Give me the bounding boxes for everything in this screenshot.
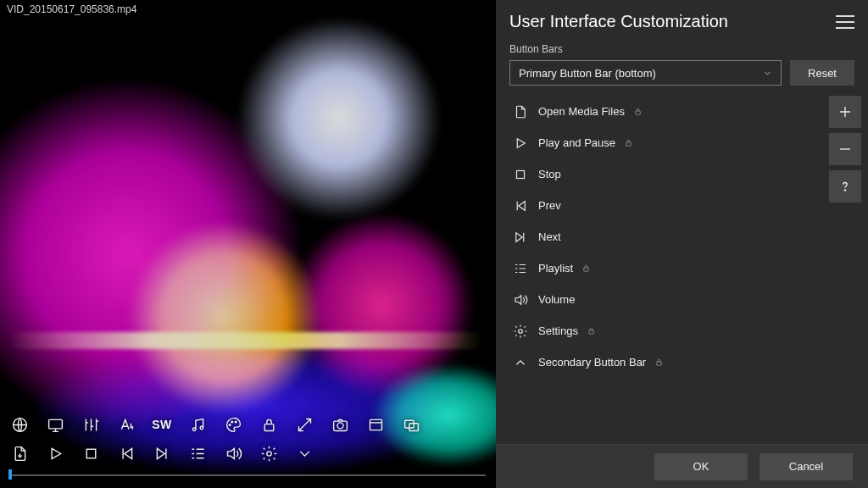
list-item-label: Prev <box>538 199 561 212</box>
dropdown-value: Primary Button Bar (bottom) <box>519 67 656 80</box>
font-icon[interactable] <box>115 413 137 435</box>
list-item[interactable]: Open Media Files <box>496 96 822 127</box>
palette-icon[interactable] <box>222 413 244 435</box>
svg-rect-1 <box>48 419 62 429</box>
video-pane: VID_20150617_095836.mp4 SW <box>0 0 496 488</box>
next-icon[interactable] <box>151 442 173 464</box>
list-item-label: Secondary Button Bar <box>538 356 646 369</box>
list-item[interactable]: Secondary Button Bar <box>496 347 822 378</box>
section-label: Button Bars <box>496 36 868 60</box>
svg-point-2 <box>192 428 196 431</box>
lock-icon[interactable] <box>258 413 280 435</box>
svg-point-4 <box>229 424 231 425</box>
stop-icon[interactable] <box>80 442 102 464</box>
list-item[interactable]: Settings <box>496 315 822 347</box>
list-item-label: Playlist <box>538 262 573 274</box>
svg-point-3 <box>200 426 203 430</box>
volume-icon <box>513 292 528 308</box>
lock-icon <box>624 138 633 147</box>
seek-track[interactable] <box>10 474 486 476</box>
windows-icon[interactable] <box>400 413 422 435</box>
stop-icon <box>513 167 528 182</box>
svg-rect-17 <box>517 170 525 178</box>
equalizer-icon[interactable] <box>80 413 102 435</box>
svg-point-9 <box>337 422 343 428</box>
help-button[interactable] <box>829 170 861 202</box>
list-item-label: Play and Pause <box>538 136 615 149</box>
player-toolbar-primary <box>8 442 315 464</box>
svg-rect-18 <box>584 268 589 271</box>
playlist-icon <box>513 261 528 276</box>
cancel-button[interactable]: Cancel <box>760 453 853 480</box>
list-item-label: Open Media Files <box>538 105 625 118</box>
button-bar-dropdown[interactable]: Primary Button Bar (bottom) <box>509 60 782 86</box>
playlist-icon[interactable] <box>186 442 209 464</box>
play-icon[interactable] <box>44 442 66 464</box>
camera-icon[interactable] <box>329 413 351 435</box>
list-item[interactable]: Stop <box>496 158 822 190</box>
lock-icon <box>587 326 596 336</box>
list-item[interactable]: Volume <box>496 284 822 315</box>
svg-point-14 <box>266 451 270 455</box>
music-icon[interactable] <box>186 413 209 435</box>
play-icon <box>513 136 528 151</box>
svg-rect-16 <box>626 142 632 146</box>
expand-icon[interactable] <box>293 413 315 435</box>
svg-rect-13 <box>86 449 96 458</box>
lock-icon <box>654 358 664 367</box>
list-item-label: Volume <box>538 293 575 306</box>
list-item[interactable]: Play and Pause <box>496 127 822 158</box>
globe-icon[interactable] <box>8 413 31 435</box>
svg-rect-10 <box>370 419 381 430</box>
list-item[interactable]: Prev <box>496 190 822 221</box>
display-icon[interactable] <box>44 413 66 435</box>
list-item[interactable]: Next <box>496 221 822 252</box>
svg-point-19 <box>519 329 523 333</box>
lock-icon <box>633 107 643 116</box>
svg-rect-20 <box>589 330 594 334</box>
svg-point-22 <box>844 190 845 191</box>
sw-toggle[interactable]: SW <box>151 413 173 435</box>
gear-icon <box>513 324 528 339</box>
ok-button[interactable]: OK <box>654 453 748 480</box>
prev-icon[interactable] <box>115 442 137 464</box>
panel-footer: OK Cancel <box>496 444 868 488</box>
volume-icon[interactable] <box>222 442 244 464</box>
list-item-label: Stop <box>538 168 561 180</box>
open-file-icon[interactable] <box>8 442 31 464</box>
svg-point-5 <box>231 421 232 423</box>
customization-panel: User Interface Customization Button Bars… <box>496 0 868 488</box>
lock-icon <box>581 263 591 273</box>
panel-title: User Interface Customization <box>509 12 728 31</box>
button-list: Open Media FilesPlay and PauseStopPrevNe… <box>496 96 822 378</box>
video-filename: VID_20150617_095836.mp4 <box>7 3 136 15</box>
file-icon <box>513 104 528 119</box>
next-icon <box>513 230 528 245</box>
list-item-label: Next <box>538 230 561 243</box>
seek-thumb[interactable] <box>8 469 12 480</box>
prev-icon <box>513 198 528 214</box>
gear-icon[interactable] <box>258 442 280 464</box>
chevron-down-icon[interactable] <box>293 442 315 464</box>
add-button[interactable] <box>829 96 861 128</box>
remove-button[interactable] <box>829 133 861 165</box>
svg-rect-21 <box>657 362 662 365</box>
hamburger-icon[interactable] <box>836 15 854 29</box>
svg-point-6 <box>235 421 236 423</box>
svg-rect-7 <box>264 424 274 430</box>
reset-button[interactable]: Reset <box>790 60 854 86</box>
collapse-icon <box>513 355 528 370</box>
svg-rect-15 <box>636 111 641 114</box>
list-item[interactable]: Playlist <box>496 252 822 284</box>
player-toolbar-secondary: SW <box>8 413 422 435</box>
window-icon[interactable] <box>364 413 387 435</box>
chevron-down-icon <box>763 69 772 78</box>
list-item-label: Settings <box>538 324 578 337</box>
